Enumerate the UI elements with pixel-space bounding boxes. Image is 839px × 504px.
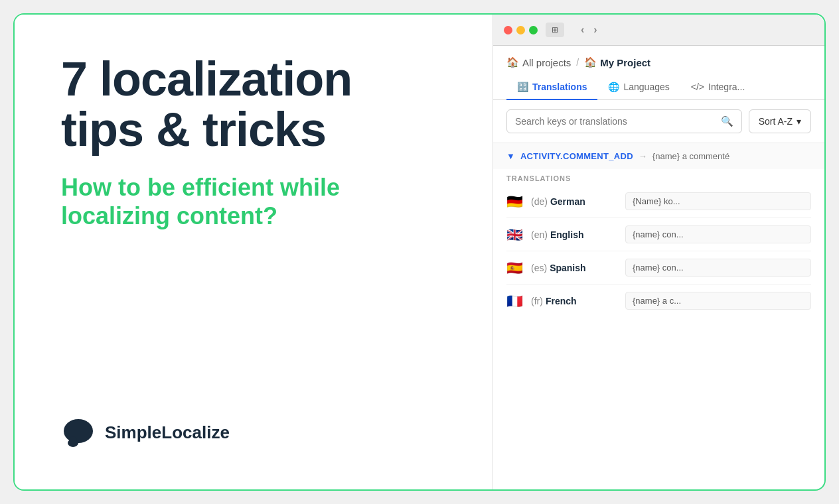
all-projects-link[interactable]: 🏠 All projects (506, 56, 571, 68)
lang-label-fr: (fr) French (531, 296, 617, 306)
breadcrumb-separator: / (576, 57, 579, 68)
logo-area: SimpleLocalize (61, 415, 446, 450)
integrations-tab-label: Integra... (708, 82, 745, 92)
flag-es: 🇪🇸 (506, 260, 523, 276)
back-button[interactable]: ‹ (577, 23, 587, 37)
tab-languages[interactable]: 🌐 Languages (597, 76, 680, 100)
search-box: 🔍 (506, 109, 742, 133)
project-name: 🏠 My Project (584, 56, 650, 68)
main-card: 7 localizationtips & tricks How to be ef… (13, 13, 826, 491)
subtitle: How to be efficient whilelocalizing cont… (61, 173, 446, 230)
layout-icon: ⊞ (552, 25, 558, 34)
lang-name-es: Spanish (550, 263, 585, 273)
sort-dropdown[interactable]: Sort A-Z ▾ (749, 109, 811, 133)
all-projects-icon: 🏠 (506, 56, 519, 68)
lang-row-en: 🇬🇧 (en) English {name} con... (506, 218, 811, 251)
logo-name: SimpleLocalize (105, 422, 230, 443)
search-filter-bar: 🔍 Sort A-Z ▾ (493, 100, 824, 143)
translations-tab-label: Translations (532, 82, 587, 92)
lang-value-en[interactable]: {name} con... (625, 225, 811, 243)
nav-buttons: ‹ › (577, 23, 601, 37)
all-projects-label: All projects (522, 57, 571, 68)
sort-label: Sort A-Z (759, 116, 793, 127)
svg-point-2 (69, 436, 77, 444)
lang-label-de: (de) German (531, 196, 617, 207)
translations-tab-icon: 🔡 (517, 82, 528, 92)
flag-en: 🇬🇧 (506, 227, 523, 243)
lang-label-en: (en) English (531, 229, 617, 240)
lang-name-de: German (550, 196, 585, 207)
lang-row-es: 🇪🇸 (es) Spanish {name} con... (506, 251, 811, 284)
forward-button[interactable]: › (590, 23, 600, 37)
lang-value-fr[interactable]: {name} a c... (625, 292, 811, 310)
lang-code-fr: (fr) (531, 296, 543, 306)
tab-translations[interactable]: 🔡 Translations (506, 76, 597, 100)
translation-key-row: ▼ ACTIVITY.COMMENT_ADD → {name} a commen… (493, 143, 824, 322)
key-header[interactable]: ▼ ACTIVITY.COMMENT_ADD → {name} a commen… (493, 143, 824, 169)
lang-row-de: 🇩🇪 (de) German {Name} ko... (506, 185, 811, 218)
flag-de: 🇩🇪 (506, 194, 523, 210)
project-name-label: My Project (600, 57, 650, 68)
lang-value-es[interactable]: {name} con... (625, 259, 811, 277)
translations-section-label: TRANSLATIONS (506, 174, 811, 182)
main-title: 7 localizationtips & tricks (61, 54, 446, 155)
tab-integrations[interactable]: </> Integra... (680, 76, 756, 100)
translations-section: TRANSLATIONS 🇩🇪 (de) German {Name} ko...… (493, 169, 824, 322)
search-input[interactable] (515, 116, 716, 127)
lang-name-en: English (550, 229, 584, 240)
dot-red[interactable] (504, 26, 512, 34)
tabs-bar: 🔡 Translations 🌐 Languages </> Integra..… (493, 68, 824, 100)
right-panel: ⊞ ‹ › 🏠 All projects / 🏠 My Project (493, 15, 824, 489)
svg-point-0 (64, 419, 93, 443)
app-content: 🏠 All projects / 🏠 My Project 🔡 Translat… (493, 46, 824, 489)
project-icon: 🏠 (584, 56, 597, 68)
key-value-preview: {name} a commenté (652, 151, 729, 161)
left-panel: 7 localizationtips & tricks How to be ef… (15, 15, 493, 489)
languages-tab-icon: 🌐 (608, 82, 619, 92)
arrow-icon: → (639, 151, 647, 161)
lang-code-en: (en) (531, 229, 548, 240)
lang-code-es: (es) (531, 263, 547, 273)
lang-label-es: (es) Spanish (531, 263, 617, 273)
lang-row-fr: 🇫🇷 (fr) French {name} a c... (506, 284, 811, 317)
traffic-lights (504, 26, 538, 34)
dot-yellow[interactable] (516, 26, 525, 34)
flag-fr: 🇫🇷 (506, 293, 523, 309)
simplelocalize-logo-icon (61, 415, 96, 450)
lang-name-fr: French (546, 296, 577, 306)
dot-green[interactable] (529, 26, 538, 34)
languages-tab-label: Languages (623, 82, 669, 92)
search-icon: 🔍 (721, 115, 733, 127)
layout-button[interactable]: ⊞ (546, 23, 564, 37)
integrations-tab-icon: </> (691, 82, 704, 92)
breadcrumb: 🏠 All projects / 🏠 My Project (493, 46, 824, 68)
chevron-down-icon: ▼ (506, 151, 515, 161)
browser-chrome: ⊞ ‹ › (493, 15, 824, 46)
lang-value-de[interactable]: {Name} ko... (625, 192, 811, 210)
lang-code-de: (de) (531, 196, 548, 207)
key-name: ACTIVITY.COMMENT_ADD (520, 151, 633, 161)
sort-chevron-icon: ▾ (797, 116, 801, 127)
